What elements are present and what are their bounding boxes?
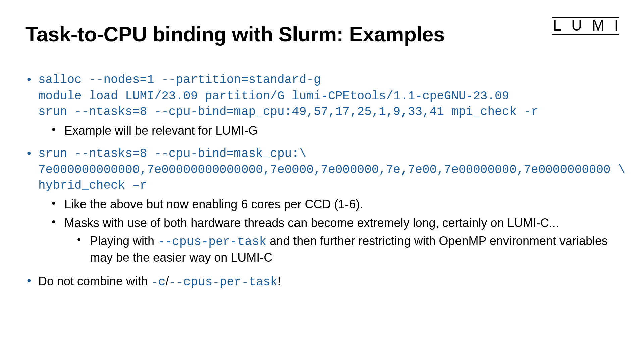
bullet-1-code: salloc --nodes=1 --partition=standard-g … [38, 72, 619, 120]
bullet-3-t2: / [165, 274, 169, 288]
slide-content: salloc --nodes=1 --partition=standard-g … [25, 72, 619, 290]
bullet-3-c1: -c [151, 275, 165, 289]
bullet-2-sub-3-a: Playing with [90, 234, 158, 248]
bullet-2-code: srun --ntasks=8 --cpu-bind=mask_cpu:\ 7e… [38, 146, 619, 194]
bullet-3-t3: ! [277, 274, 281, 288]
bullet-3: Do not combine with -c/--cpus-per-task! [25, 273, 619, 290]
bullet-2-sub-1: Like the above but now enabling 6 cores … [48, 196, 619, 213]
bullet-2-sub-2-text: Masks with use of both hardware threads … [64, 216, 559, 230]
bullet-2: srun --ntasks=8 --cpu-bind=mask_cpu:\ 7e… [25, 146, 619, 266]
bullet-3-t1: Do not combine with [38, 274, 151, 288]
lumi-logo: LUMI [552, 17, 619, 35]
bullet-1-sub-1: Example will be relevant for LUMI-G [48, 123, 619, 139]
slide-title: Task-to-CPU binding with Slurm: Examples [25, 22, 619, 46]
bullet-2-sub-2: Masks with use of both hardware threads … [48, 215, 619, 266]
bullet-2-sub-3-code: --cpus-per-task [158, 235, 266, 249]
bullet-3-c2: --cpus-per-task [169, 275, 277, 289]
bullet-1: salloc --nodes=1 --partition=standard-g … [25, 72, 619, 138]
bullet-2-sub-3: Playing with --cpus-per-task and then fu… [74, 233, 619, 266]
slide: LUMI Task-to-CPU binding with Slurm: Exa… [0, 0, 644, 362]
